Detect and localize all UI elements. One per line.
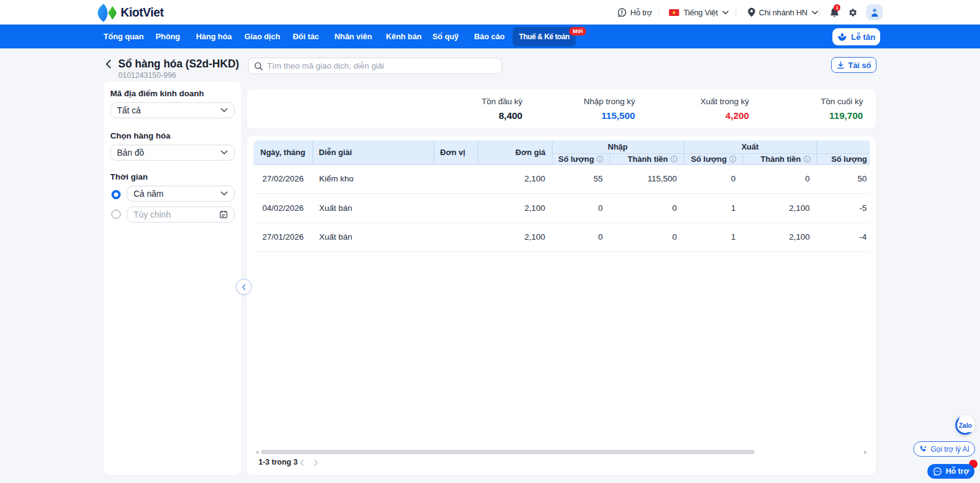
svg-text:Zalo: Zalo bbox=[959, 422, 972, 429]
